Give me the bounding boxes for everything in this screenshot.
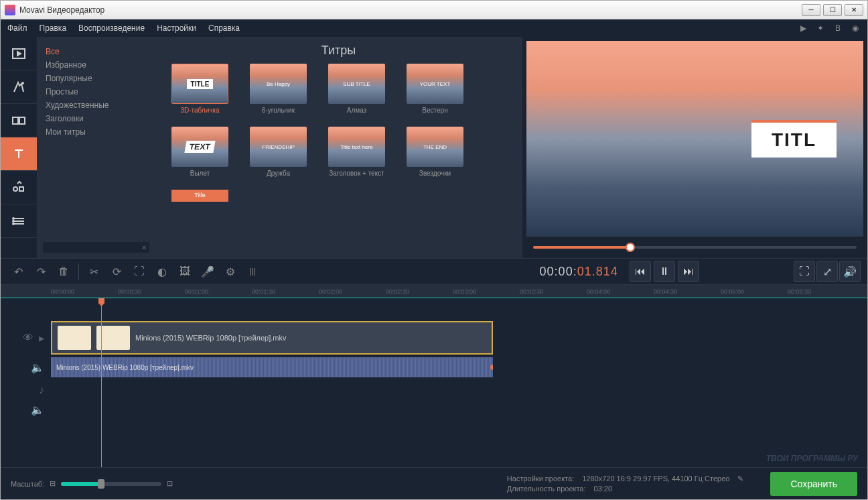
undo-button[interactable]: ↶ [7,261,29,282]
zoom-fit-icon[interactable]: ⊡ [167,479,173,488]
clip-thumbnail [58,326,91,350]
cat-all[interactable]: Все [46,45,147,58]
seek-thumb[interactable] [626,243,635,252]
volume-button[interactable]: 🔊 [839,261,861,282]
minimize-button[interactable]: ─ [802,4,820,16]
camera-icon[interactable]: ◉ [850,23,861,34]
mic-button[interactable]: 🎤 [197,261,218,282]
pause-button[interactable]: ⏸ [654,261,675,282]
timeline-ruler[interactable]: 00:00:00 00:00:30 00:01:00 00:01:30 00:0… [1,285,867,298]
audio-track-icon: 🔈 [31,403,44,416]
visibility-icon[interactable]: 👁 [23,332,33,344]
audio-clip[interactable]: Minions (2015) WEBRip 1080p [трейлер].mk… [51,357,493,377]
title-item-friendship[interactable]: FRIENDSHIP Дружба [246,127,310,178]
title-item-3d[interactable]: TITLE 3D-табличка [168,64,232,115]
image-button[interactable]: 🖼 [174,261,196,282]
project-settings-value: 1280x720 16:9 29.97 FPS, 44100 Гц Стерео [582,475,729,483]
panel-heading: Титры [155,44,522,58]
titlebar: Movavi Видеоредактор ─ ☐ ✕ [1,1,867,19]
next-button[interactable]: ⏭ [678,261,699,282]
app-window: Movavi Видеоредактор ─ ☐ ✕ Файл Правка В… [0,0,868,500]
edit-settings-icon[interactable]: ✎ [737,475,743,483]
tool-transitions[interactable] [1,104,37,137]
menu-settings[interactable]: Настройки [157,23,196,33]
svg-marker-1 [17,52,21,56]
cat-headings[interactable]: Заголовки [46,112,147,125]
tool-stickers[interactable] [1,171,37,204]
categories-panel: Все Избранное Популярные Простые Художес… [38,37,155,258]
cut-button[interactable]: ✂ [83,261,104,282]
watermark: ТВОИ ПРОГРАММЫ РУ [766,454,858,463]
timecode-display: 00:00:01.814 [540,265,618,279]
preview-panel: TITL [522,37,867,258]
project-settings-label: Настройки проекта: [507,475,574,483]
menu-playback[interactable]: Воспроизведение [78,23,145,33]
zoom-handle[interactable] [98,479,104,489]
clip-end-handle[interactable] [490,365,493,370]
ok-icon[interactable]: ✦ [815,23,826,34]
status-bar: Масштаб: ⊟ ⊡ Настройки проекта: 1280x720… [1,467,867,499]
tool-filters[interactable] [1,70,37,104]
cat-simple[interactable]: Простые [46,85,147,99]
window-title: Movavi Видеоредактор [19,5,104,15]
youtube-icon[interactable]: ▶ [798,23,808,34]
prev-button[interactable]: ⏮ [630,261,651,282]
cat-artistic[interactable]: Художественные [46,99,147,112]
maximize-button[interactable]: ☐ [823,4,842,16]
video-clip[interactable]: Minions (2015) WEBRip 1080p [трейлер].mk… [51,321,493,355]
svg-rect-3 [13,117,18,124]
cat-favorites[interactable]: Избранное [46,58,147,72]
close-button[interactable]: ✕ [845,4,863,16]
settings-button[interactable]: ⚙ [220,261,241,282]
edit-toolbar: ↶ ↷ 🗑 ✂ ⟳ ⛶ ◐ 🖼 🎤 ⚙ ⫼ 00:00:01.814 ⏮ ⏸ ⏭… [1,258,867,285]
tool-sidebar [1,37,38,258]
tool-media[interactable] [1,37,37,70]
title-item-partial[interactable]: Title [168,190,232,202]
title-item-hexagon[interactable]: Be Happy 6-угольник [246,64,310,115]
cat-popular[interactable]: Популярные [46,72,147,85]
redo-button[interactable]: ↷ [30,261,52,282]
playhead[interactable] [101,298,102,467]
crop-button[interactable]: ⛶ [129,261,150,282]
duration-label: Длительность проекта: [507,485,586,493]
preview-video[interactable]: TITL [526,41,863,237]
music-track-icon: ♪ [39,384,44,396]
tool-more[interactable] [1,204,37,238]
zoom-out-icon[interactable]: ⊟ [50,479,56,488]
search-input[interactable] [46,243,141,251]
search-clear-icon[interactable]: ✕ [141,244,147,251]
equalizer-button[interactable]: ⫼ [242,261,264,282]
menu-help[interactable]: Справка [208,23,240,33]
rotate-button[interactable]: ⟳ [106,261,127,282]
fullscreen-button[interactable]: ⤢ [816,261,838,282]
svg-point-12 [13,223,14,225]
preview-seek-slider[interactable] [526,241,863,254]
title-item-header-text[interactable]: Title text here Заголовок + текст [325,127,388,178]
zoom-slider[interactable] [61,482,161,486]
save-button[interactable]: Сохранить [770,472,857,496]
app-icon [5,5,15,15]
title-item-flyout[interactable]: TEXT Вылет [168,127,232,178]
menu-edit[interactable]: Правка [40,23,67,33]
video-track-icon: ▸ [39,332,44,345]
color-button[interactable]: ◐ [151,261,173,282]
menubar: Файл Правка Воспроизведение Настройки Сп… [1,19,867,37]
mute-icon[interactable]: 🔈 [31,361,44,374]
svg-rect-6 [19,187,23,191]
title-item-western[interactable]: YOUR TEXT Вестерн [403,64,467,115]
cat-my[interactable]: Мои титры [46,125,147,139]
vk-icon[interactable]: B [833,23,843,34]
svg-point-2 [22,82,23,84]
delete-button[interactable]: 🗑 [53,261,74,282]
timeline: 00:00:00 00:00:30 00:01:00 00:01:30 00:0… [1,285,867,467]
svg-rect-4 [19,117,25,124]
title-item-diamond[interactable]: SUB TITLE Алмаз [325,64,388,115]
zoom-label: Масштаб: [11,480,44,488]
preview-title-overlay: TITL [751,120,837,158]
detach-button[interactable]: ⛶ [794,261,815,282]
title-item-stars[interactable]: THE END Звездочки [403,127,467,178]
menu-file[interactable]: Файл [7,23,27,33]
svg-point-10 [13,218,14,219]
category-search[interactable]: ✕ [43,242,149,253]
tool-titles[interactable] [1,137,37,171]
